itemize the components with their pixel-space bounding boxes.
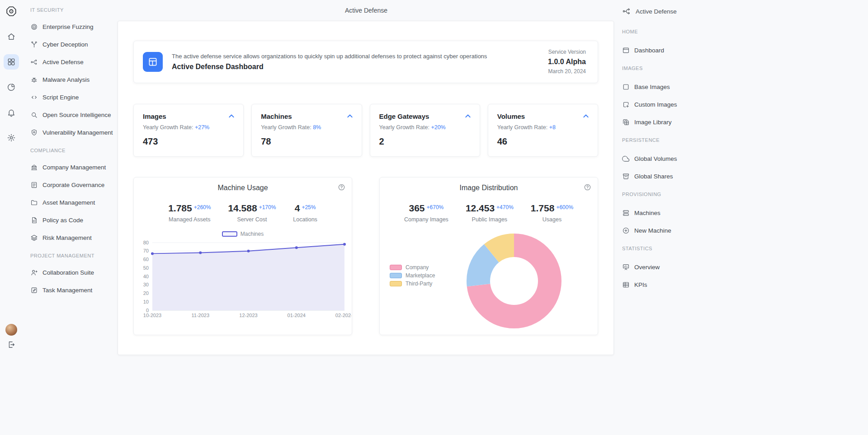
rightnav-item-label: New Machine: [634, 227, 671, 234]
image-distribution-card: Image Distribution 365+670%Company Image…: [379, 177, 598, 335]
square-plus-icon: [622, 101, 630, 108]
rightnav-item-image-library[interactable]: Image Library: [622, 113, 868, 131]
rightnav-item-label: Global Shares: [634, 173, 673, 180]
kpi-delta: +170%: [259, 204, 276, 210]
pie-legend-item-third-party[interactable]: Third-Party: [390, 280, 435, 288]
rightnav-item-base-images[interactable]: Base Images: [622, 78, 868, 96]
logout-icon[interactable]: [7, 340, 16, 351]
stat-value: 78: [261, 136, 354, 147]
kpi-delta: +670%: [427, 204, 444, 210]
sidebar-item-vulnerability-management[interactable]: Vulnerability Management: [30, 124, 118, 141]
pie-legend: CompanyMarketplaceThird-Party: [390, 263, 435, 288]
rightnav-item-label: Base Images: [634, 84, 670, 90]
kpi-value: 1.785: [168, 203, 192, 213]
rightnav-section-title: PROVISIONING: [622, 192, 868, 199]
active-defense-icon: [622, 7, 631, 16]
dashboard-app-icon: [143, 52, 163, 72]
stat-card-edge-gateways: Edge GatewaysYearly Growth Rate: +20%2: [370, 104, 480, 157]
chevron-up-icon[interactable]: [345, 112, 354, 122]
stat-title: Images: [143, 112, 236, 120]
rightnav-item-label: Image Library: [634, 119, 672, 126]
sidebar-item-cyber-deception[interactable]: Cyber Deception: [30, 36, 118, 53]
kpi-label: Public Images: [466, 216, 514, 223]
rightnav-item-custom-images[interactable]: Custom Images: [622, 96, 868, 113]
rightnav-section-home: HOMEDashboard: [622, 29, 868, 59]
pie-legend-label: Company: [406, 264, 429, 271]
rightnav-item-label: KPIs: [634, 281, 647, 288]
machine-usage-card: Machine Usage 1.785+260%Managed Assets14…: [133, 177, 352, 335]
sidebar-section-title: IT SECURITY: [30, 7, 118, 14]
rightnav-item-label: Global Volumes: [634, 155, 677, 162]
image-distribution-title: Image Distribution: [380, 184, 598, 192]
kpi-server-cost: 14.588+170%Server Cost: [228, 203, 276, 223]
bell-icon: [7, 108, 16, 117]
pie-legend-item-marketplace[interactable]: Marketplace: [390, 271, 435, 280]
chevron-up-icon[interactable]: [227, 112, 236, 122]
welcome-card: The active defense service allows organi…: [133, 41, 598, 83]
kpi-label: Company Images: [404, 216, 448, 223]
chevron-up-icon[interactable]: [463, 112, 472, 122]
sidebar-item-asset-management[interactable]: Asset Management: [30, 194, 118, 211]
context-header: Active Defense: [622, 6, 868, 16]
sidebar-item-label: Open Source Intelligence: [42, 112, 111, 118]
sidebar-item-label: Company Management: [42, 164, 106, 171]
kpi-label: Managed Assets: [168, 216, 211, 223]
rightnav-item-label: Custom Images: [634, 101, 677, 108]
stat-growth-rate: +27%: [195, 124, 209, 131]
svg-text:20: 20: [143, 290, 149, 296]
app-root: IT SECURITYEnterprise FuzzingCyber Decep…: [0, 0, 868, 435]
chevron-up-icon[interactable]: [581, 112, 590, 122]
dashboard-icon: [622, 47, 630, 54]
kpi-managed-assets: 1.785+260%Managed Assets: [168, 203, 211, 223]
square-icon: [622, 83, 630, 91]
rightnav-section-persistence: PERSISTENCEGlobal VolumesGlobal Shares: [622, 137, 868, 185]
rightnav-item-overview[interactable]: Overview: [622, 258, 868, 276]
sidebar-item-malware-analysis[interactable]: Malware Analysis: [30, 71, 118, 89]
sidebar-item-label: Active Defense: [42, 59, 84, 65]
sidebar-item-risk-management[interactable]: Risk Management: [30, 229, 118, 247]
rightnav-item-global-shares[interactable]: Global Shares: [622, 168, 868, 185]
company-legend-swatch: [390, 265, 402, 270]
sidebar-item-script-engine[interactable]: Script Engine: [30, 89, 118, 106]
stat-growth-rate: +8: [549, 124, 556, 131]
sidebar-item-label: Asset Management: [42, 199, 95, 206]
sidebar-item-label: Vulnerability Management: [42, 129, 113, 136]
sidebar-section-it-security: IT SECURITYEnterprise FuzzingCyber Decep…: [30, 7, 118, 141]
sidebar-item-active-defense[interactable]: Active Defense: [30, 53, 118, 71]
rail-item-home[interactable]: [4, 29, 19, 44]
sidebar-item-policy-as-code[interactable]: Policy as Code: [30, 211, 118, 229]
stat-value: 46: [497, 136, 590, 147]
rightnav-item-machines[interactable]: Machines: [622, 204, 868, 222]
rightnav-section-statistics: STATISTICSOverviewKPIs: [622, 246, 868, 294]
svg-text:02-2024: 02-2024: [335, 313, 351, 318]
sidebar-item-enterprise-fuzzing[interactable]: Enterprise Fuzzing: [30, 18, 118, 36]
rail-item-bell[interactable]: [4, 105, 19, 120]
help-icon[interactable]: [584, 183, 591, 193]
rail-item-grid[interactable]: [4, 54, 19, 70]
help-icon[interactable]: [338, 183, 345, 193]
sidebar-item-company-management[interactable]: Company Management: [30, 159, 118, 176]
rightnav-item-new-machine[interactable]: New Machine: [622, 222, 868, 239]
rightnav-item-global-volumes[interactable]: Global Volumes: [622, 150, 868, 168]
kpi-value: 4: [295, 203, 300, 213]
sidebar-section-title: PROJECT MANAGEMENT: [30, 253, 118, 260]
rail-item-gear[interactable]: [4, 130, 19, 145]
rightnav-item-kpis[interactable]: KPIs: [622, 276, 868, 294]
rightnav-section-title: STATISTICS: [622, 246, 868, 253]
svg-text:50: 50: [143, 265, 149, 271]
doc-lines-icon: [30, 181, 38, 189]
machine-usage-kpis: 1.785+260%Managed Assets14.588+170%Serve…: [134, 203, 352, 223]
user-avatar[interactable]: [5, 324, 17, 336]
sidebar-item-corporate-governance[interactable]: Corporate Governance: [30, 176, 118, 194]
rightnav-item-dashboard[interactable]: Dashboard: [622, 42, 868, 59]
pie-legend-item-company[interactable]: Company: [390, 263, 435, 271]
server-icon: [622, 209, 630, 217]
rail-item-pie[interactable]: [4, 80, 19, 95]
plus-circle-icon: [622, 227, 630, 234]
sidebar-item-open-source-intelligence[interactable]: Open Source Intelligence: [30, 106, 118, 124]
sidebar-item-collaboration-suite[interactable]: Collaboration Suite: [30, 264, 118, 281]
sidebar-item-task-management[interactable]: Task Management: [30, 281, 118, 299]
rightnav-section-title: HOME: [622, 29, 868, 36]
line-legend[interactable]: Machines: [134, 231, 352, 237]
image-distribution-donut-chart: [467, 234, 561, 328]
